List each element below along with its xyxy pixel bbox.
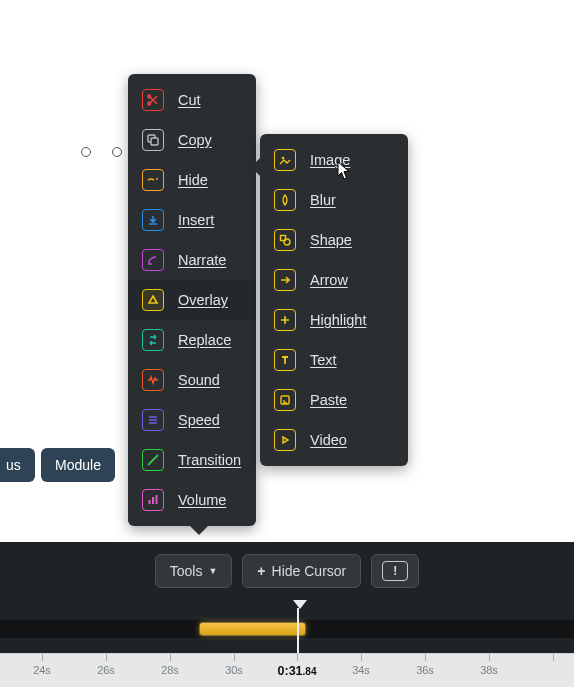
partial-button[interactable]: us: [0, 448, 35, 482]
paste-icon: [274, 389, 296, 411]
submenu-item-label: Text: [310, 352, 337, 368]
svg-point-9: [284, 239, 290, 245]
canvas-handle[interactable]: [112, 147, 122, 157]
submenu-item-video[interactable]: Video: [260, 420, 408, 460]
video-icon: [274, 429, 296, 451]
scissors-icon: [142, 89, 164, 111]
menu-item-copy[interactable]: Copy: [128, 120, 256, 160]
timeline-track-area[interactable]: 24s 26s 28s 30s 0:31.84 34s 36s 38s: [0, 600, 574, 687]
svg-rect-4: [149, 500, 151, 504]
menu-item-label: Insert: [178, 212, 214, 228]
module-button[interactable]: Module: [41, 448, 115, 482]
ruler-tick: 38s: [480, 664, 498, 676]
menu-item-volume[interactable]: Volume: [128, 480, 256, 520]
menu-item-sound[interactable]: Sound: [128, 360, 256, 400]
submenu-item-blur[interactable]: Blur: [260, 180, 408, 220]
volume-icon: [142, 489, 164, 511]
submenu-item-label: Highlight: [310, 312, 366, 328]
submenu-item-highlight[interactable]: Highlight: [260, 300, 408, 340]
ruler-tick: 26s: [97, 664, 115, 676]
menu-item-label: Replace: [178, 332, 231, 348]
menu-item-label: Copy: [178, 132, 212, 148]
tools-context-menu: Cut Copy Hide Insert Narrate Overlay R: [128, 74, 256, 526]
svg-rect-3: [151, 138, 158, 145]
submenu-item-image[interactable]: Image: [260, 140, 408, 180]
menu-item-label: Speed: [178, 412, 220, 428]
insert-icon: [142, 209, 164, 231]
tools-button[interactable]: Tools ▼: [155, 554, 233, 588]
ruler-tick: 34s: [352, 664, 370, 676]
text-icon: [274, 349, 296, 371]
narrate-icon: [142, 249, 164, 271]
menu-item-label: Cut: [178, 92, 201, 108]
notes-button[interactable]: !: [371, 554, 419, 588]
overlay-submenu: Image Blur Shape Arrow Highlight Text: [260, 134, 408, 466]
ruler-tick: 36s: [416, 664, 434, 676]
partial-button-label: us: [6, 457, 21, 473]
overlay-icon: [142, 289, 164, 311]
module-button-label: Module: [55, 457, 101, 473]
menu-item-label: Hide: [178, 172, 208, 188]
replace-icon: [142, 329, 164, 351]
menu-item-cut[interactable]: Cut: [128, 80, 256, 120]
blur-icon: [274, 189, 296, 211]
notes-icon: !: [382, 561, 408, 581]
tools-button-label: Tools: [170, 563, 203, 579]
image-icon: [274, 149, 296, 171]
speed-icon: [142, 409, 164, 431]
ruler-tick: 24s: [33, 664, 51, 676]
sound-icon: [142, 369, 164, 391]
ruler-tick: 30s: [225, 664, 243, 676]
plus-icon: +: [257, 563, 265, 579]
submenu-item-arrow[interactable]: Arrow: [260, 260, 408, 300]
timeline-panel: Tools ▼ + Hide Cursor ! 24s 26s 28s 30s …: [0, 542, 574, 687]
submenu-item-shape[interactable]: Shape: [260, 220, 408, 260]
arrow-icon: [274, 269, 296, 291]
playhead[interactable]: [297, 608, 299, 653]
menu-item-transition[interactable]: Transition: [128, 440, 256, 480]
submenu-item-label: Arrow: [310, 272, 348, 288]
menu-item-label: Volume: [178, 492, 226, 508]
menu-item-overlay[interactable]: Overlay: [128, 280, 256, 320]
menu-item-insert[interactable]: Insert: [128, 200, 256, 240]
chevron-down-icon: ▼: [208, 566, 217, 576]
submenu-item-label: Video: [310, 432, 347, 448]
menu-item-label: Transition: [178, 452, 241, 468]
highlight-icon: [274, 309, 296, 331]
submenu-item-label: Image: [310, 152, 350, 168]
hide-cursor-button[interactable]: + Hide Cursor: [242, 554, 361, 588]
copy-icon: [142, 129, 164, 151]
menu-item-narrate[interactable]: Narrate: [128, 240, 256, 280]
hide-icon: [142, 169, 164, 191]
menu-item-hide[interactable]: Hide: [128, 160, 256, 200]
menu-item-label: Narrate: [178, 252, 226, 268]
transition-icon: [142, 449, 164, 471]
submenu-item-label: Paste: [310, 392, 347, 408]
shape-icon: [274, 229, 296, 251]
hide-cursor-label: Hide Cursor: [272, 563, 347, 579]
submenu-item-label: Blur: [310, 192, 336, 208]
svg-rect-5: [152, 497, 154, 504]
submenu-item-text[interactable]: Text: [260, 340, 408, 380]
menu-item-replace[interactable]: Replace: [128, 320, 256, 360]
timeline-clip[interactable]: [200, 623, 305, 635]
menu-item-label: Sound: [178, 372, 220, 388]
canvas-handle[interactable]: [81, 147, 91, 157]
timeline-ruler[interactable]: 24s 26s 28s 30s 0:31.84 34s 36s 38s: [0, 653, 574, 687]
svg-point-7: [282, 157, 285, 160]
ruler-tick: 28s: [161, 664, 179, 676]
ruler-tick-current: 0:31.84: [278, 664, 317, 678]
menu-item-label: Overlay: [178, 292, 228, 308]
menu-item-speed[interactable]: Speed: [128, 400, 256, 440]
submenu-item-label: Shape: [310, 232, 352, 248]
timeline-toolbar: Tools ▼ + Hide Cursor !: [0, 554, 574, 588]
submenu-item-paste[interactable]: Paste: [260, 380, 408, 420]
svg-rect-6: [156, 495, 158, 504]
